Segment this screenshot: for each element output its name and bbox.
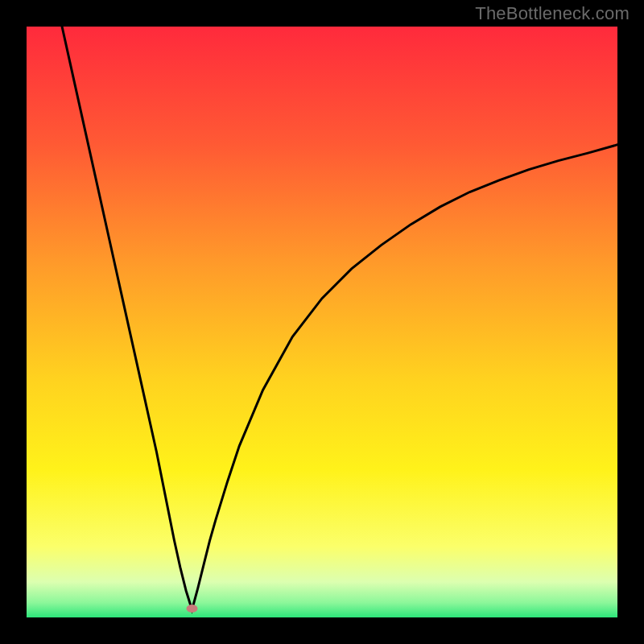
gradient-background <box>27 27 617 617</box>
plot-area <box>27 27 617 617</box>
plot-svg <box>27 27 617 617</box>
chart-frame: TheBottleneck.com <box>0 0 644 644</box>
watermark-text: TheBottleneck.com <box>475 3 630 24</box>
min-marker <box>187 605 198 613</box>
